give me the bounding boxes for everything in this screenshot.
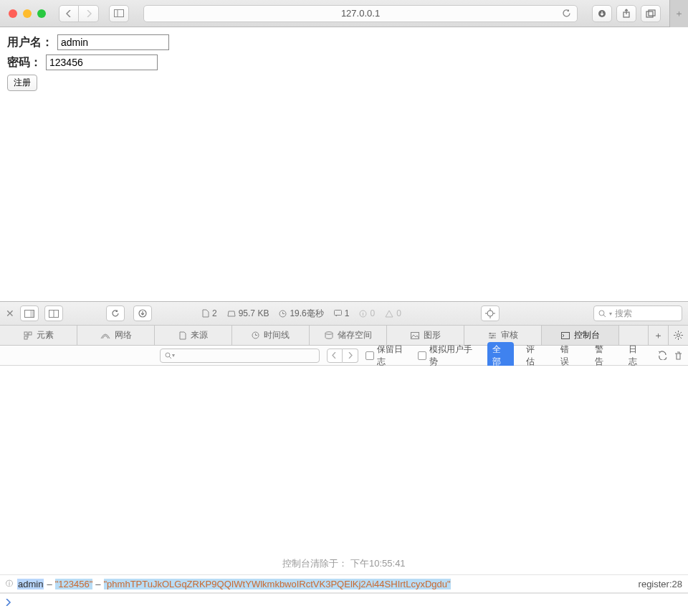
tab-network[interactable]: 网络 — [77, 326, 155, 345]
sidebar-toggle-button[interactable] — [109, 5, 129, 22]
window-controls — [6, 9, 49, 18]
console-output: 控制台清除于： 下午10:55:41 — [0, 366, 688, 574]
log-level-icon: ⓘ — [6, 579, 13, 589]
password-label: 密码： — [7, 55, 42, 70]
devtools-search[interactable]: ▾ 搜索 — [593, 305, 682, 321]
simulate-gesture-checkbox[interactable]: 模拟用户手势 — [418, 343, 480, 368]
console-nav — [327, 349, 358, 363]
back-button[interactable] — [59, 5, 79, 22]
reload-icon[interactable] — [562, 9, 571, 18]
download-devtools-button[interactable] — [133, 305, 152, 321]
tab-elements[interactable]: 元素 — [0, 326, 77, 345]
svg-point-32 — [489, 332, 490, 333]
console-prev-button[interactable] — [327, 349, 343, 363]
stat-size: 95.7 KB — [227, 308, 269, 318]
timeline-icon — [252, 331, 259, 339]
stat-messages: 1 — [334, 308, 350, 318]
image-icon — [411, 332, 419, 339]
username-label: 用户名： — [7, 35, 53, 50]
svg-rect-35 — [561, 332, 569, 338]
document-icon — [202, 309, 209, 318]
svg-line-46 — [169, 356, 171, 359]
clock-icon — [279, 310, 287, 318]
filter-log[interactable]: 日志 — [624, 342, 651, 369]
svg-point-34 — [490, 336, 492, 338]
log-value-1: admin — [17, 579, 44, 589]
svg-line-41 — [675, 332, 677, 333]
sources-icon — [179, 331, 186, 340]
trash-icon — [674, 351, 682, 360]
console-icon — [561, 332, 570, 339]
address-bar[interactable]: 127.0.0.1 — [143, 5, 578, 22]
password-input[interactable] — [46, 55, 158, 70]
chevron-right-icon — [6, 599, 11, 606]
browser-toolbar: 127.0.0.1 ＋ — [0, 0, 688, 27]
register-button[interactable]: 注册 — [7, 75, 37, 91]
close-window-button[interactable] — [9, 9, 17, 18]
filter-eval[interactable]: 评估 — [521, 342, 548, 369]
svg-rect-23 — [29, 332, 32, 335]
element-picker-button[interactable] — [481, 305, 500, 321]
storage-icon — [325, 331, 333, 339]
clear-console-button[interactable] — [674, 351, 682, 360]
svg-point-20 — [599, 311, 604, 316]
recycle-button[interactable] — [658, 351, 667, 360]
console-prompt[interactable] — [0, 593, 688, 610]
forward-button[interactable] — [79, 5, 99, 22]
tabs-button[interactable] — [641, 5, 661, 22]
dock-layout-button[interactable] — [44, 305, 63, 321]
close-devtools-button[interactable]: ✕ — [6, 308, 14, 319]
stat-info: 0 — [359, 308, 375, 318]
log-value-3: "phmhTPTuJkOLGqZRKP9QQIWtYWlkmkbwoIRctVK… — [104, 579, 451, 589]
tab-sources[interactable]: 来源 — [155, 326, 232, 345]
svg-line-43 — [680, 332, 682, 333]
minimize-window-button[interactable] — [23, 9, 32, 18]
svg-rect-22 — [24, 332, 27, 335]
toolbar-right — [592, 5, 661, 22]
devtools-tabs: 元素 网络 来源 时间线 储存空间 图形 审核 控制台 ＋ — [0, 326, 688, 346]
tab-graphics[interactable]: 图形 — [387, 326, 464, 345]
log-source[interactable]: register:28 — [639, 579, 682, 589]
new-tab-button[interactable]: ＋ — [669, 0, 688, 27]
svg-line-44 — [675, 337, 677, 338]
search-placeholder: 搜索 — [615, 308, 632, 320]
warning-icon — [385, 310, 393, 318]
svg-line-42 — [680, 337, 682, 338]
elements-icon — [24, 331, 32, 340]
tab-storage[interactable]: 储存空间 — [310, 326, 387, 345]
tab-timeline[interactable]: 时间线 — [232, 326, 310, 345]
share-button[interactable] — [616, 5, 636, 22]
svg-point-33 — [492, 334, 493, 336]
filter-all[interactable]: 全部 — [487, 342, 515, 369]
page-body: 用户名： 密码： 注册 — [0, 27, 688, 301]
svg-point-45 — [166, 353, 170, 357]
svg-rect-24 — [24, 336, 27, 339]
svg-rect-0 — [115, 10, 124, 17]
gear-icon — [674, 331, 683, 340]
stat-documents: 2 — [202, 308, 217, 318]
filter-error[interactable]: 错误 — [555, 342, 583, 369]
username-input[interactable] — [57, 34, 169, 50]
console-filter-bar: ▾ 保留日志 模拟用户手势 全部 评估 错误 警告 日志 — [0, 346, 688, 366]
console-search[interactable]: ▾ — [160, 349, 320, 363]
downloads-button[interactable] — [592, 5, 612, 22]
address-bar-text: 127.0.0.1 — [341, 8, 380, 19]
refresh-devtools-button[interactable] — [106, 305, 125, 321]
svg-rect-12 — [334, 311, 341, 316]
chat-icon — [334, 310, 342, 317]
maximize-window-button[interactable] — [37, 9, 46, 18]
console-next-button[interactable] — [343, 349, 358, 363]
log-value-2: "123456" — [55, 579, 93, 589]
devtools-settings-button[interactable] — [668, 326, 688, 345]
add-tab-button[interactable]: ＋ — [648, 326, 668, 345]
svg-rect-5 — [649, 10, 655, 16]
svg-rect-7 — [30, 310, 34, 317]
dock-side-button[interactable] — [20, 305, 39, 321]
preserve-log-checkbox[interactable]: 保留日志 — [366, 343, 411, 368]
console-log-line[interactable]: ⓘ admin – "123456" – "phmhTPTuJkOLGqZRKP… — [0, 574, 688, 593]
stat-warn: 0 — [385, 308, 401, 318]
svg-point-27 — [325, 332, 333, 335]
filter-warn[interactable]: 警告 — [590, 342, 617, 369]
recycle-icon — [658, 351, 667, 360]
svg-line-21 — [603, 315, 606, 317]
